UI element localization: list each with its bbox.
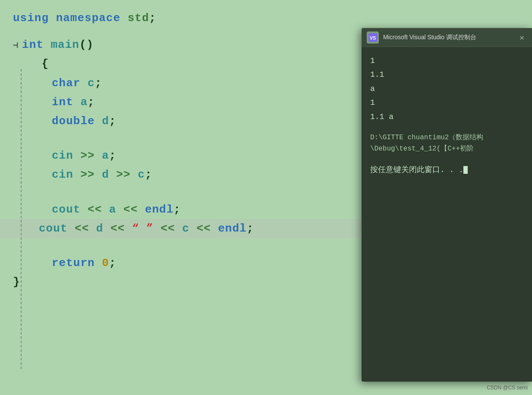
cin1-var: a bbox=[102, 146, 109, 165]
terminal-prompt: 按任意键关闭此窗口. . . bbox=[370, 163, 523, 177]
output-line-5: 1.1 a bbox=[370, 110, 523, 124]
semi-cin2: ; bbox=[145, 165, 152, 184]
keyword-std: std bbox=[128, 9, 149, 28]
op-cout2c: << bbox=[161, 219, 175, 238]
terminal-title-text: Microsoft Visual Studio 调试控制台 bbox=[383, 34, 517, 41]
cout1: cout bbox=[52, 200, 80, 219]
prompt-text: 按任意键关闭此窗口. . . bbox=[370, 166, 463, 174]
terminal-path: D:\GITTE chuantimu2（数据结构 \Debug\test_4_1… bbox=[370, 132, 523, 154]
parens: () bbox=[79, 35, 94, 54]
semi-cin1: ; bbox=[109, 146, 116, 165]
cin1: cin bbox=[52, 146, 73, 165]
scope-line bbox=[21, 69, 22, 369]
semi-double: ; bbox=[109, 112, 116, 131]
output-line-4: 1 bbox=[370, 96, 523, 110]
cin2: cin bbox=[52, 165, 73, 184]
terminal-titlebar: VS Microsoft Visual Studio 调试控制台 ✕ bbox=[362, 28, 532, 47]
op-cout2d: << bbox=[196, 219, 211, 238]
op-cin2a: >> bbox=[80, 165, 94, 184]
keyword-char: char bbox=[52, 74, 80, 93]
cout2-c: c bbox=[182, 219, 189, 238]
path-line2: \Debug\test_4_12(【C++初阶 bbox=[370, 145, 474, 153]
cin2-d: d bbox=[102, 165, 109, 184]
semicolon1: ; bbox=[149, 9, 156, 28]
semi-char: ; bbox=[95, 74, 102, 93]
collapse-marker[interactable]: ⊣ bbox=[13, 38, 19, 53]
op-cout1b: << bbox=[123, 200, 138, 219]
op-cin2b: >> bbox=[116, 165, 130, 184]
cout2: cout bbox=[39, 219, 67, 238]
terminal-content: 1 1.1 a 1 1.1 a D:\GITTE chuantimu2（数据结构… bbox=[362, 47, 532, 184]
keyword-int: int bbox=[22, 35, 44, 54]
brace-close: } bbox=[13, 273, 20, 292]
func-main: main bbox=[50, 35, 79, 54]
cursor bbox=[463, 166, 468, 174]
output-line-1: 1 bbox=[370, 54, 523, 68]
terminal-close-button[interactable]: ✕ bbox=[517, 32, 527, 43]
cout2-str: “ ” bbox=[132, 219, 154, 238]
op-cout2b: << bbox=[110, 219, 125, 238]
semi-int: ; bbox=[88, 93, 95, 112]
op-cout2a: << bbox=[75, 219, 89, 238]
var-d: d bbox=[102, 112, 109, 131]
code-line-using: using namespace std ; bbox=[13, 9, 519, 28]
cout1-endl: endl bbox=[145, 200, 173, 219]
output-line-3: a bbox=[370, 82, 523, 96]
output-line-2: 1.1 bbox=[370, 68, 523, 82]
keyword-double: double bbox=[52, 112, 95, 131]
brace-open: { bbox=[13, 54, 49, 73]
cout2-endl: endl bbox=[218, 219, 246, 238]
op-cout1a: << bbox=[88, 200, 102, 219]
cout2-d: d bbox=[96, 219, 104, 238]
return-val: 0 bbox=[102, 254, 109, 273]
path-line1: D:\GITTE chuantimu2（数据结构 bbox=[370, 134, 483, 141]
cout1-a: a bbox=[109, 200, 116, 219]
keyword-int2: int bbox=[52, 93, 73, 112]
svg-text:VS: VS bbox=[370, 35, 376, 41]
cin2-c: c bbox=[138, 165, 145, 184]
var-a: a bbox=[80, 93, 88, 112]
var-c: c bbox=[88, 74, 95, 93]
watermark: CSDN @CS semi bbox=[487, 385, 528, 391]
keyword-using: using bbox=[13, 9, 49, 28]
keyword-return: return bbox=[52, 254, 95, 273]
semi-cout1: ; bbox=[173, 200, 181, 219]
semi-cout2: ; bbox=[247, 219, 254, 238]
semi-return: ; bbox=[109, 254, 116, 273]
keyword-namespace: namespace bbox=[56, 9, 120, 28]
terminal-app-icon: VS bbox=[367, 31, 379, 44]
vs-icon-svg: VS bbox=[368, 33, 377, 42]
code-editor: using namespace std ; ⊣ int main () { ch… bbox=[0, 0, 532, 395]
terminal-popup: VS Microsoft Visual Studio 调试控制台 ✕ 1 1.1… bbox=[362, 28, 532, 382]
op-cin1: >> bbox=[80, 146, 94, 165]
